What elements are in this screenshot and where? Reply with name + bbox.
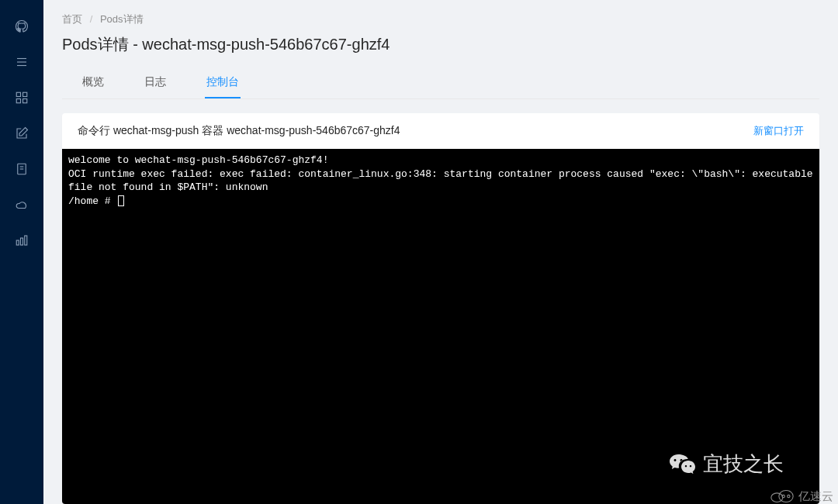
terminal-line: OCI runtime exec failed: exec failed: co… [68,168,819,194]
main-content: 首页 / Pods详情 Pods详情 - wechat-msg-push-546… [43,0,838,504]
open-new-window-link[interactable]: 新窗口打开 [753,124,804,138]
terminal-prompt: /home # [68,195,116,207]
terminal-line: welcome to wechat-msg-push-546b67c67-ghz… [68,154,328,166]
sidebar-item-cloud[interactable] [14,197,29,212]
sidebar-item-doc[interactable] [14,161,29,177]
panel-header: 命令行 wechat-msg-push 容器 wechat-msg-push-5… [62,113,819,149]
cloud-icon [15,198,29,212]
terminal[interactable]: welcome to wechat-msg-push-546b67c67-ghz… [62,149,819,504]
svg-rect-4 [23,92,27,96]
breadcrumb-current: Pods详情 [100,13,144,25]
svg-rect-5 [16,99,20,103]
svg-rect-11 [21,238,23,245]
chart-icon [15,233,29,247]
sidebar-item-edit[interactable] [14,126,29,141]
sidebar-item-list[interactable] [14,54,29,70]
sidebar-item-grid[interactable] [14,90,29,105]
svg-rect-12 [25,236,27,245]
grid-icon [15,91,29,105]
tab-overview[interactable]: 概览 [81,69,106,98]
tab-logs[interactable]: 日志 [143,69,168,98]
tab-console[interactable]: 控制台 [205,69,241,98]
sidebar [0,0,43,504]
console-panel: 命令行 wechat-msg-push 容器 wechat-msg-push-5… [62,113,819,504]
sidebar-item-chart[interactable] [14,233,29,248]
edit-icon [15,126,29,140]
svg-rect-10 [16,240,19,245]
sidebar-item-github[interactable] [14,19,29,34]
breadcrumb-home[interactable]: 首页 [62,13,82,25]
list-icon [15,55,29,69]
terminal-cursor [118,195,124,206]
doc-icon [15,162,29,176]
breadcrumb-separator: / [90,13,93,25]
page-title: Pods详情 - wechat-msg-push-546b67c67-ghzf4 [43,31,838,64]
github-icon [15,19,29,33]
panel-title: 命令行 wechat-msg-push 容器 wechat-msg-push-5… [78,124,400,138]
breadcrumb: 首页 / Pods详情 [43,0,838,31]
tabs: 概览 日志 控制台 [62,64,819,99]
svg-rect-3 [16,92,20,96]
svg-rect-6 [23,99,27,103]
